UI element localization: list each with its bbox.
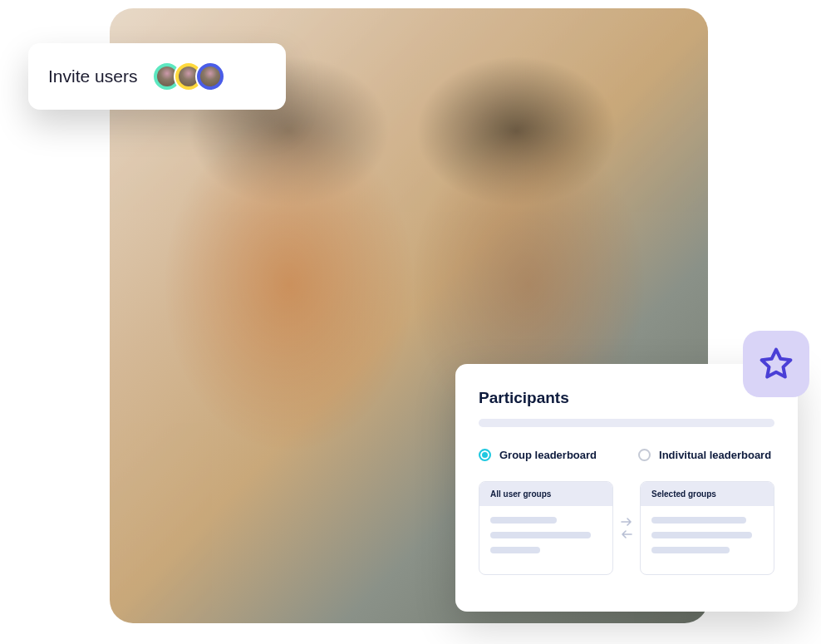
radio-label: Group leaderboard [499, 449, 597, 461]
group-box-body [641, 506, 774, 574]
title-placeholder-bar [479, 419, 774, 427]
star-badge [743, 331, 809, 397]
invite-users-card[interactable]: Invite users [28, 43, 286, 110]
all-user-groups-box[interactable]: All user groups [479, 481, 613, 575]
radio-indicator-unselected [638, 449, 651, 461]
radio-group-leaderboard[interactable]: Group leaderboard [479, 449, 597, 461]
group-box-header: Selected groups [641, 482, 774, 506]
leaderboard-radio-group: Group leaderboard Indivitual leaderboard [479, 449, 774, 461]
transfer-controls [620, 517, 633, 539]
invite-label: Invite users [48, 66, 137, 86]
skeleton-line [651, 532, 752, 538]
group-box-header: All user groups [479, 482, 612, 506]
skeleton-line [651, 547, 730, 553]
avatar [195, 61, 225, 91]
radio-indicator-selected [479, 449, 491, 461]
radio-label: Indivitual leaderboard [659, 449, 771, 461]
group-box-body [479, 506, 612, 574]
skeleton-line [490, 547, 540, 553]
selected-groups-box[interactable]: Selected groups [640, 481, 774, 575]
skeleton-line [651, 517, 746, 524]
arrow-left-icon[interactable] [620, 529, 633, 539]
skeleton-line [490, 517, 557, 524]
participants-title: Participants [479, 389, 774, 407]
radio-individual-leaderboard[interactable]: Indivitual leaderboard [638, 449, 771, 461]
avatar-group [152, 61, 225, 91]
groups-transfer-row: All user groups Selected groups [479, 481, 774, 575]
arrow-right-icon[interactable] [620, 517, 633, 527]
participants-card: Participants Group leaderboard Indivitua… [455, 364, 798, 612]
skeleton-line [490, 532, 591, 538]
star-icon [758, 346, 794, 382]
